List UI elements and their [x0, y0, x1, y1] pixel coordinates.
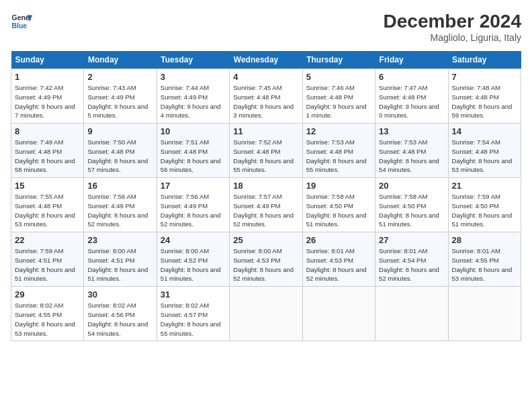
- day-detail: Sunrise: 7:55 AMSunset: 4:48 PMDaylight:…: [15, 192, 80, 229]
- day-number: 25: [233, 235, 298, 245]
- day-number: 4: [233, 72, 298, 82]
- day-detail: Sunrise: 8:01 AMSunset: 4:55 PMDaylight:…: [452, 246, 517, 283]
- day-number: 18: [233, 181, 298, 191]
- day-detail: Sunrise: 8:01 AMSunset: 4:53 PMDaylight:…: [306, 246, 371, 283]
- day-detail: Sunrise: 7:51 AMSunset: 4:48 PMDaylight:…: [161, 138, 226, 175]
- calendar-cell: 9Sunrise: 7:50 AMSunset: 4:48 PMDaylight…: [84, 124, 157, 178]
- day-number: 31: [161, 289, 226, 300]
- day-detail: Sunrise: 7:53 AMSunset: 4:48 PMDaylight:…: [306, 138, 371, 175]
- calendar-cell: 6Sunrise: 7:47 AMSunset: 4:48 PMDaylight…: [375, 69, 448, 124]
- day-detail: Sunrise: 7:57 AMSunset: 4:49 PMDaylight:…: [233, 192, 298, 229]
- title-block: December 2024 Magliolo, Liguria, Italy: [384, 11, 521, 43]
- day-number: 29: [15, 289, 80, 300]
- day-number: 15: [15, 181, 80, 191]
- day-number: 14: [452, 126, 517, 136]
- weekday-header-tuesday: Tuesday: [157, 51, 229, 69]
- day-detail: Sunrise: 8:01 AMSunset: 4:54 PMDaylight:…: [379, 246, 444, 283]
- day-detail: Sunrise: 7:44 AMSunset: 4:49 PMDaylight:…: [161, 83, 226, 120]
- day-detail: Sunrise: 7:58 AMSunset: 4:50 PMDaylight:…: [306, 192, 371, 229]
- weekday-header-thursday: Thursday: [302, 51, 375, 69]
- day-number: 24: [161, 235, 226, 245]
- calendar-week-5: 29Sunrise: 8:02 AMSunset: 4:55 PMDayligh…: [11, 287, 521, 341]
- day-detail: Sunrise: 7:52 AMSunset: 4:48 PMDaylight:…: [233, 138, 298, 175]
- calendar-cell: 31Sunrise: 8:02 AMSunset: 4:57 PMDayligh…: [157, 287, 229, 341]
- day-detail: Sunrise: 7:47 AMSunset: 4:48 PMDaylight:…: [379, 83, 444, 120]
- day-detail: Sunrise: 7:58 AMSunset: 4:50 PMDaylight:…: [379, 192, 444, 229]
- svg-text:Blue: Blue: [12, 22, 28, 30]
- day-detail: Sunrise: 8:00 AMSunset: 4:51 PMDaylight:…: [87, 246, 152, 283]
- calendar-cell: 28Sunrise: 8:01 AMSunset: 4:55 PMDayligh…: [448, 232, 521, 287]
- page-header: General Blue December 2024 Magliolo, Lig…: [11, 11, 521, 43]
- day-detail: Sunrise: 7:43 AMSunset: 4:49 PMDaylight:…: [87, 83, 152, 120]
- day-detail: Sunrise: 7:56 AMSunset: 4:49 PMDaylight:…: [161, 192, 226, 229]
- calendar-cell: 27Sunrise: 8:01 AMSunset: 4:54 PMDayligh…: [375, 232, 448, 287]
- calendar-cell: 11Sunrise: 7:52 AMSunset: 4:48 PMDayligh…: [230, 124, 302, 178]
- calendar-cell: [230, 287, 302, 341]
- day-number: 2: [87, 72, 152, 82]
- day-detail: Sunrise: 8:02 AMSunset: 4:57 PMDaylight:…: [161, 301, 226, 338]
- weekday-header-row: SundayMondayTuesdayWednesdayThursdayFrid…: [11, 51, 521, 69]
- day-detail: Sunrise: 7:49 AMSunset: 4:48 PMDaylight:…: [15, 138, 80, 175]
- calendar-cell: 2Sunrise: 7:43 AMSunset: 4:49 PMDaylight…: [84, 69, 157, 124]
- calendar-cell: 23Sunrise: 8:00 AMSunset: 4:51 PMDayligh…: [84, 232, 157, 287]
- day-number: 8: [15, 126, 80, 136]
- calendar-cell: 21Sunrise: 7:59 AMSunset: 4:50 PMDayligh…: [448, 178, 521, 232]
- calendar-cell: [375, 287, 448, 341]
- day-number: 17: [161, 181, 226, 191]
- calendar-week-2: 8Sunrise: 7:49 AMSunset: 4:48 PMDaylight…: [11, 124, 521, 178]
- day-number: 5: [306, 72, 371, 82]
- calendar-cell: 15Sunrise: 7:55 AMSunset: 4:48 PMDayligh…: [11, 178, 84, 232]
- calendar-cell: 3Sunrise: 7:44 AMSunset: 4:49 PMDaylight…: [157, 69, 229, 124]
- calendar-cell: [302, 287, 375, 341]
- calendar-cell: 25Sunrise: 8:00 AMSunset: 4:53 PMDayligh…: [230, 232, 302, 287]
- calendar-cell: 22Sunrise: 7:59 AMSunset: 4:51 PMDayligh…: [11, 232, 84, 287]
- month-title: December 2024: [384, 11, 521, 32]
- day-detail: Sunrise: 7:50 AMSunset: 4:48 PMDaylight:…: [87, 138, 152, 175]
- weekday-header-friday: Friday: [375, 51, 448, 69]
- day-detail: Sunrise: 7:46 AMSunset: 4:48 PMDaylight:…: [306, 83, 371, 120]
- logo: General Blue: [11, 11, 32, 32]
- calendar-cell: [448, 287, 521, 341]
- day-detail: Sunrise: 7:42 AMSunset: 4:49 PMDaylight:…: [15, 83, 80, 120]
- day-number: 19: [306, 181, 371, 191]
- calendar-cell: 18Sunrise: 7:57 AMSunset: 4:49 PMDayligh…: [230, 178, 302, 232]
- calendar-cell: 20Sunrise: 7:58 AMSunset: 4:50 PMDayligh…: [375, 178, 448, 232]
- calendar-cell: 7Sunrise: 7:48 AMSunset: 4:48 PMDaylight…: [448, 69, 521, 124]
- day-number: 11: [233, 126, 298, 136]
- day-detail: Sunrise: 8:02 AMSunset: 4:55 PMDaylight:…: [15, 301, 80, 338]
- calendar-cell: 29Sunrise: 8:02 AMSunset: 4:55 PMDayligh…: [11, 287, 84, 341]
- calendar-cell: 10Sunrise: 7:51 AMSunset: 4:48 PMDayligh…: [157, 124, 229, 178]
- calendar-cell: 5Sunrise: 7:46 AMSunset: 4:48 PMDaylight…: [302, 69, 375, 124]
- day-number: 3: [161, 72, 226, 82]
- calendar-cell: 19Sunrise: 7:58 AMSunset: 4:50 PMDayligh…: [302, 178, 375, 232]
- day-number: 10: [161, 126, 226, 136]
- day-number: 1: [15, 72, 80, 82]
- day-number: 21: [452, 181, 517, 191]
- calendar-cell: 24Sunrise: 8:00 AMSunset: 4:52 PMDayligh…: [157, 232, 229, 287]
- day-detail: Sunrise: 8:02 AMSunset: 4:56 PMDaylight:…: [87, 301, 152, 338]
- day-detail: Sunrise: 8:00 AMSunset: 4:52 PMDaylight:…: [161, 246, 226, 283]
- location: Magliolo, Liguria, Italy: [384, 32, 521, 43]
- calendar-cell: 12Sunrise: 7:53 AMSunset: 4:48 PMDayligh…: [302, 124, 375, 178]
- day-detail: Sunrise: 7:59 AMSunset: 4:50 PMDaylight:…: [452, 192, 517, 229]
- day-number: 20: [379, 181, 444, 191]
- calendar-cell: 14Sunrise: 7:54 AMSunset: 4:48 PMDayligh…: [448, 124, 521, 178]
- day-detail: Sunrise: 7:59 AMSunset: 4:51 PMDaylight:…: [15, 246, 80, 283]
- calendar-cell: 16Sunrise: 7:56 AMSunset: 4:49 PMDayligh…: [84, 178, 157, 232]
- calendar-cell: 1Sunrise: 7:42 AMSunset: 4:49 PMDaylight…: [11, 69, 84, 124]
- day-number: 26: [306, 235, 371, 245]
- calendar-week-1: 1Sunrise: 7:42 AMSunset: 4:49 PMDaylight…: [11, 69, 521, 124]
- calendar-cell: 26Sunrise: 8:01 AMSunset: 4:53 PMDayligh…: [302, 232, 375, 287]
- day-number: 23: [87, 235, 152, 245]
- day-number: 7: [452, 72, 517, 82]
- day-detail: Sunrise: 8:00 AMSunset: 4:53 PMDaylight:…: [233, 246, 298, 283]
- logo-icon: General Blue: [11, 11, 32, 32]
- calendar-table: SundayMondayTuesdayWednesdayThursdayFrid…: [11, 51, 521, 341]
- day-number: 9: [87, 126, 152, 136]
- day-number: 6: [379, 72, 444, 82]
- weekday-header-sunday: Sunday: [11, 51, 84, 69]
- calendar-cell: 30Sunrise: 8:02 AMSunset: 4:56 PMDayligh…: [84, 287, 157, 341]
- day-detail: Sunrise: 7:45 AMSunset: 4:48 PMDaylight:…: [233, 83, 298, 120]
- day-number: 22: [15, 235, 80, 245]
- calendar-week-3: 15Sunrise: 7:55 AMSunset: 4:48 PMDayligh…: [11, 178, 521, 232]
